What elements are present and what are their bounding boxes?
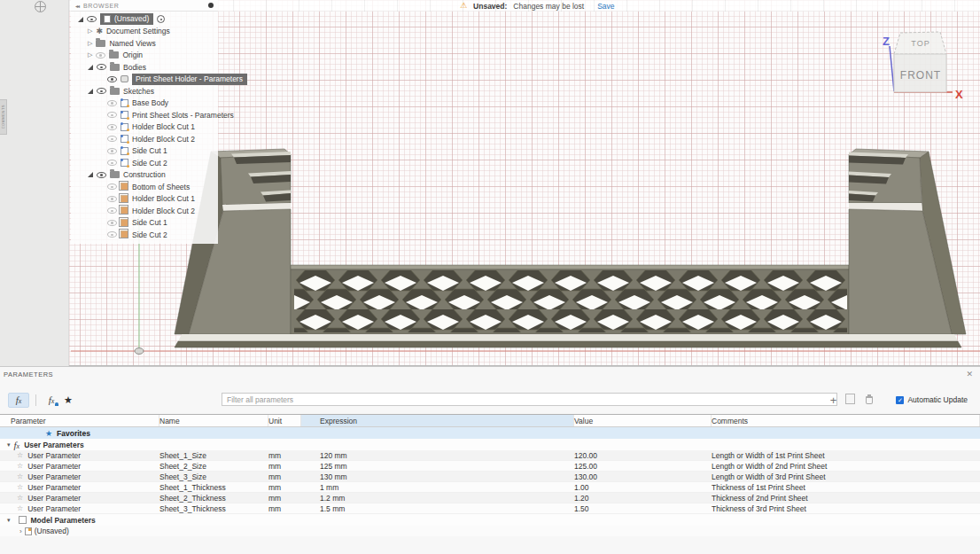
collapsed-icon[interactable]: ▷ xyxy=(88,51,92,59)
browser-item-construction[interactable]: Construction xyxy=(71,169,218,182)
view-cube-front-label[interactable]: FRONT xyxy=(900,69,941,82)
parameter-row[interactable]: ☆User Parameter Sheet_1_Size mm 120 mm 1… xyxy=(0,450,980,461)
browser-item-sketch-print-sheet-slots[interactable]: Print Sheet Slots - Parameters xyxy=(71,109,218,121)
parameter-expression-cell[interactable]: 1.2 mm xyxy=(301,494,574,503)
expand-icon[interactable] xyxy=(88,172,93,177)
eye-icon[interactable] xyxy=(96,52,105,59)
checkbox-checked-icon[interactable]: ✓ xyxy=(896,396,904,404)
eye-icon[interactable] xyxy=(107,148,117,154)
parameter-expression-cell[interactable]: 1 mm xyxy=(301,483,574,492)
favorite-star-icon[interactable]: ☆ xyxy=(17,494,23,502)
parameter-name-cell[interactable]: Sheet_2_Thickness xyxy=(159,494,268,503)
browser-item-bodies[interactable]: Bodies xyxy=(71,61,218,74)
chevron-right-icon[interactable]: › xyxy=(19,527,22,535)
browser-item-sketch-side-cut-1[interactable]: Side Cut 1 xyxy=(71,145,218,158)
save-link[interactable]: Save xyxy=(597,2,614,11)
browser-item-document-settings[interactable]: ▷ ✱ Document Settings xyxy=(71,26,218,38)
view-cube[interactable]: TOP FRONT Z X xyxy=(883,32,963,101)
eye-icon[interactable] xyxy=(107,76,117,82)
close-icon[interactable]: ✕ xyxy=(966,370,973,378)
eye-icon[interactable] xyxy=(107,136,117,142)
parameter-name-cell[interactable]: Sheet_1_Thickness xyxy=(159,483,268,492)
parameter-comments-cell[interactable]: Length or Width of 3rd Print Sheet xyxy=(712,472,980,481)
browser-item-origin[interactable]: ▷ Origin xyxy=(71,50,218,62)
favorite-star-icon[interactable]: ☆ xyxy=(17,462,23,470)
eye-icon[interactable] xyxy=(87,16,97,22)
browser-item-plane-holder-block-cut-2[interactable]: Holder Block Cut 2 xyxy=(71,205,218,217)
parameter-comments-cell[interactable]: Thickness of 3rd Print Sheet xyxy=(712,504,980,513)
collapsed-icon[interactable]: ▷ xyxy=(88,27,92,35)
collapse-panel-icon[interactable]: ◂◂ xyxy=(75,3,79,9)
eye-icon[interactable] xyxy=(97,88,106,94)
eye-icon[interactable] xyxy=(107,124,117,130)
automatic-update-toggle[interactable]: ✓ Automatic Update xyxy=(896,395,968,404)
browser-item-plane-holder-block-cut-1[interactable]: Holder Block Cut 1 xyxy=(71,193,218,206)
eye-icon[interactable] xyxy=(97,172,106,178)
copy-parameter-icon[interactable] xyxy=(847,395,855,404)
model-parameters-section-row[interactable]: ▾ Model Parameters xyxy=(0,514,980,526)
eye-icon[interactable] xyxy=(107,220,117,226)
browser-item-sketch-holder-block-cut-2[interactable]: Holder Block Cut 2 xyxy=(71,133,218,145)
collapsed-icon[interactable]: ▷ xyxy=(88,40,92,47)
favorite-star-icon[interactable]: ☆ xyxy=(17,504,23,512)
filter-favorites-button[interactable]: ★ xyxy=(60,393,76,408)
browser-item-plane-side-cut-1[interactable]: Side Cut 1 xyxy=(71,217,218,230)
column-header-unit[interactable]: Unit xyxy=(268,415,301,426)
eye-icon[interactable] xyxy=(107,207,117,214)
parameter-name-cell[interactable]: Sheet_3_Thickness xyxy=(159,504,268,513)
eye-icon[interactable] xyxy=(107,160,117,166)
filter-all-parameters-button[interactable]: fx xyxy=(8,393,29,408)
view-cube-top-label[interactable]: TOP xyxy=(911,39,929,48)
parameter-row[interactable]: ☆User Parameter Sheet_1_Thickness mm 1 m… xyxy=(0,482,980,493)
parameter-comments-cell[interactable]: Thickness of 1st Print Sheet xyxy=(712,483,980,492)
browser-item-named-views[interactable]: ▷ Named Views xyxy=(71,37,218,50)
parameter-expression-cell[interactable]: 130 mm xyxy=(301,472,574,481)
parameter-comments-cell[interactable]: Thickness of 2nd Print Sheet xyxy=(712,494,980,503)
parameter-row[interactable]: ☆User Parameter Sheet_2_Size mm 125 mm 1… xyxy=(0,461,980,472)
column-header-comments[interactable]: Comments xyxy=(712,415,980,426)
eye-icon[interactable] xyxy=(97,64,106,70)
browser-item-body-print-sheet-holder[interactable]: Print Sheet Holder - Parameters xyxy=(71,74,218,86)
parameter-name-cell[interactable]: Sheet_2_Size xyxy=(159,462,268,471)
parameter-name-cell[interactable]: Sheet_3_Size xyxy=(159,472,268,481)
column-header-parameter[interactable]: Parameter xyxy=(0,415,159,426)
model-parameters-unsaved-row[interactable]: › (Unsaved) xyxy=(0,526,980,536)
favorite-star-icon[interactable]: ☆ xyxy=(17,451,23,459)
expand-icon[interactable] xyxy=(88,89,93,94)
delete-parameter-icon[interactable] xyxy=(866,396,873,404)
parameter-comments-cell[interactable]: Length or Width of 1st Print Sheet xyxy=(712,451,980,460)
eye-icon[interactable] xyxy=(107,112,117,118)
browser-item-sketches[interactable]: Sketches xyxy=(71,85,218,98)
parameter-row[interactable]: ☆User Parameter Sheet_3_Thickness mm 1.5… xyxy=(0,503,980,514)
browser-item-plane-side-cut-2[interactable]: Side Cut 2 xyxy=(71,229,218,241)
parameter-expression-cell[interactable]: 1.5 mm xyxy=(301,504,574,513)
chevron-down-icon[interactable]: ▾ xyxy=(7,517,11,524)
eye-icon[interactable] xyxy=(107,231,117,238)
parameter-row[interactable]: ☆User Parameter Sheet_2_Thickness mm 1.2… xyxy=(0,493,980,503)
parameter-row[interactable]: ☆User Parameter Sheet_3_Size mm 130 mm 1… xyxy=(0,472,980,482)
parameter-expression-cell[interactable]: 125 mm xyxy=(301,462,574,471)
browser-item-sketch-base-body[interactable]: Base Body xyxy=(71,98,218,110)
add-parameter-icon[interactable]: + xyxy=(830,394,837,406)
parameter-comments-cell[interactable]: Length or Width of 2nd Print Sheet xyxy=(712,462,980,471)
expand-icon[interactable] xyxy=(78,17,83,22)
column-header-expression[interactable]: Expression xyxy=(301,415,574,426)
favorite-star-icon[interactable]: ☆ xyxy=(17,483,23,491)
user-parameters-section-row[interactable]: ▾ fx User Parameters xyxy=(0,439,980,450)
eye-icon[interactable] xyxy=(107,183,117,190)
browser-item-root[interactable]: (Unsaved) xyxy=(71,13,218,26)
expand-icon[interactable] xyxy=(88,65,93,70)
chevron-down-icon[interactable]: ▾ xyxy=(7,441,11,449)
filter-parameters-input[interactable] xyxy=(222,393,837,406)
favorite-star-icon[interactable]: ☆ xyxy=(17,472,23,480)
eye-icon[interactable] xyxy=(107,100,117,106)
browser-item-sketch-side-cut-2[interactable]: Side Cut 2 xyxy=(71,157,218,169)
model-print-sheet-holder[interactable] xyxy=(175,149,966,347)
origin-marker[interactable] xyxy=(135,348,144,355)
browser-item-plane-bottom-of-sheets[interactable]: Bottom of Sheets xyxy=(71,181,218,193)
browser-menu-icon[interactable] xyxy=(208,3,214,8)
eye-icon[interactable] xyxy=(107,196,117,202)
parameter-name-cell[interactable]: Sheet_1_Size xyxy=(159,451,268,460)
model-viewport[interactable]: TOP FRONT Z X COMMENTS ⚠ Unsaved: Change… xyxy=(0,0,980,366)
browser-item-sketch-holder-block-cut-1[interactable]: Holder Block Cut 1 xyxy=(71,121,218,134)
